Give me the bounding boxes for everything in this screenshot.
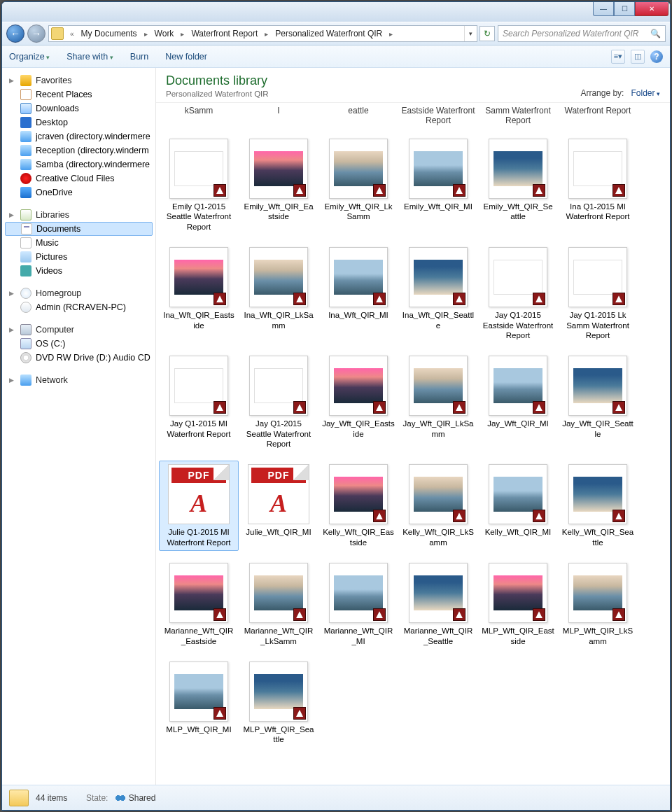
adobe-icon: A — [169, 483, 229, 524]
adobe-badge-icon — [453, 510, 465, 522]
sidebar-item-label: Videos — [36, 266, 62, 276]
file-item[interactable]: Jay_Wft_QIR_Eastside — [318, 352, 398, 452]
file-item[interactable]: MLP_Wft_QIR_MI — [159, 658, 239, 748]
sidebar-item[interactable]: Admin (RCRAVEN-PC) — [5, 300, 153, 314]
new-folder-button[interactable]: New folder — [165, 52, 207, 62]
sidebar-item[interactable]: Documents — [5, 222, 153, 236]
organize-menu[interactable]: Organize — [9, 52, 50, 62]
chevron-right-icon[interactable]: ▸ — [176, 30, 188, 38]
chevron-right-icon[interactable]: ▸ — [385, 30, 397, 38]
homegroup-header[interactable]: ▶Homegroup — [5, 286, 153, 300]
breadcrumb-segment[interactable]: Work — [152, 29, 177, 38]
sidebar-item[interactable]: DVD RW Drive (D:) Audio CD — [5, 351, 153, 365]
burn-button[interactable]: Burn — [130, 52, 148, 62]
column-header[interactable]: I — [239, 106, 318, 128]
adobe-badge-icon — [293, 401, 306, 414]
file-item[interactable]: Emily_Wft_QIR_Seattle — [478, 135, 558, 235]
view-options-button[interactable]: ≡▾ — [611, 50, 625, 64]
sidebar-item[interactable]: Creative Cloud Files — [5, 172, 153, 186]
address-bar[interactable]: « My Documents▸ Work▸ Waterfront Report▸… — [48, 25, 477, 42]
file-item[interactable]: Kelly_Wft_QIR_LkSamm — [398, 461, 478, 551]
file-name: Emily_Wft_QIR_LkSamm — [322, 202, 395, 222]
column-header[interactable]: Eastside Waterfront Report — [398, 106, 478, 128]
refresh-button[interactable]: ↻ — [479, 26, 495, 41]
file-thumbnail — [409, 247, 468, 307]
file-item[interactable]: Kelly_Wft_QIR_Eastside — [318, 461, 398, 551]
file-item[interactable]: Ina_Wft_QIR_MI — [318, 244, 398, 344]
column-header[interactable]: kSamm — [159, 106, 239, 128]
preview-pane-button[interactable]: ◫ — [631, 50, 645, 64]
title-bar[interactable]: — ☐ ✕ — [2, 2, 670, 22]
sidebar-item[interactable]: Recent Places — [5, 88, 153, 102]
sidebar-item[interactable]: Downloads — [5, 102, 153, 115]
file-item[interactable]: Jay Q1-2015 MI Waterfront Report — [159, 352, 239, 452]
file-item[interactable]: Jay Q1-2015 Eastside Waterfront Report — [478, 244, 558, 344]
sidebar-item[interactable]: Music — [5, 236, 153, 250]
file-item[interactable]: Kelly_Wft_QIR_MI — [478, 461, 558, 551]
column-header[interactable]: Waterfront Report — [558, 106, 638, 128]
file-item[interactable]: Jay Q1-2015 Lk Samm Waterfront Report — [558, 244, 638, 344]
sidebar-item[interactable]: Samba (directory.windermere — [5, 158, 153, 172]
file-item[interactable]: MLP_Wft_QIR_Seattle — [239, 658, 318, 748]
column-header[interactable]: eattle — [318, 106, 398, 128]
computer-header[interactable]: ▶Computer — [5, 323, 153, 337]
libraries-header[interactable]: ▶Libraries — [5, 208, 153, 222]
file-item[interactable]: Jay_Wft_QIR_MI — [478, 352, 558, 452]
file-item[interactable]: Ina_Wft_QIR_LkSamm — [239, 244, 318, 344]
share-with-menu[interactable]: Share with — [66, 52, 113, 62]
file-item[interactable]: Emily Q1-2015 Seattle Waterfront Report — [159, 135, 239, 235]
breadcrumb-segment[interactable]: Waterfront Report — [188, 29, 260, 38]
chevron-right-icon[interactable]: ▸ — [140, 30, 152, 38]
file-item[interactable]: Ina_Wft_QIR_Seattle — [398, 244, 478, 344]
file-item[interactable]: PDFAJulie_Wft_QIR_MI — [239, 461, 318, 551]
sidebar-item[interactable]: Pictures — [5, 250, 153, 264]
vid-icon — [20, 265, 31, 276]
file-item[interactable]: Emily_Wft_QIR_MI — [398, 135, 478, 235]
sidebar-item[interactable]: Videos — [5, 264, 153, 278]
files-scroll[interactable]: Emily Q1-2015 Seattle Waterfront ReportE… — [156, 131, 670, 785]
file-item[interactable]: Emily_Wft_QIR_Eastside — [239, 135, 318, 235]
sidebar-item[interactable]: jcraven (directory.windermere — [5, 130, 153, 144]
sidebar-item[interactable]: Desktop — [5, 115, 153, 130]
back-button[interactable]: ← — [6, 24, 24, 43]
file-item[interactable]: Jay_Wft_QIR_Seattle — [558, 352, 638, 452]
thumbnail-image — [254, 575, 303, 610]
thumbnail-image — [334, 575, 383, 610]
file-item[interactable]: MLP_Wft_QIR_Eastside — [478, 559, 558, 650]
homegroup-icon — [20, 288, 31, 299]
file-item[interactable]: Emily_Wft_QIR_LkSamm — [318, 135, 398, 235]
file-item[interactable]: MLP_Wft_QIR_LkSamm — [558, 559, 638, 650]
file-item[interactable]: Jay Q1-2015 Seattle Waterfront Report — [239, 352, 318, 452]
file-item[interactable]: Ina_Wft_QIR_Eastside — [159, 244, 239, 344]
status-bar: 44 items State: Shared — [2, 785, 670, 810]
search-input[interactable]: Search Personalized Waterfront QIR 🔍 — [498, 25, 666, 42]
maximize-button[interactable]: ☐ — [614, 2, 635, 16]
network-header[interactable]: ▶Network — [5, 373, 153, 387]
file-item[interactable]: Marianne_Wft_QIR_Seattle — [398, 559, 478, 650]
minimize-button[interactable]: — — [593, 2, 614, 16]
file-item[interactable]: Marianne_Wft_QIR_LkSamm — [239, 559, 318, 650]
arrange-by[interactable]: Arrange by: Folder — [580, 88, 660, 98]
file-item[interactable]: PDFAJulie Q1-2015 MI Waterfront Report — [159, 461, 239, 551]
refresh-icon: ↻ — [484, 29, 491, 38]
address-dropdown[interactable]: ▾ — [464, 26, 477, 41]
breadcrumb-segment[interactable]: Personalized Waterfront QIR — [272, 29, 385, 38]
file-item[interactable]: Jay_Wft_QIR_LkSamm — [398, 352, 478, 452]
file-item[interactable]: Marianne_Wft_QIR_Eastside — [159, 559, 239, 650]
file-name: Emily_Wft_QIR_MI — [404, 202, 472, 211]
chevron-right-icon[interactable]: ▸ — [260, 30, 272, 38]
sidebar-item[interactable]: Reception (directory.winderm — [5, 144, 153, 158]
forward-button[interactable]: → — [27, 24, 46, 43]
sidebar-item[interactable]: OS (C:) — [5, 337, 153, 351]
thumbnail-image — [174, 368, 223, 403]
close-button[interactable]: ✕ — [635, 2, 668, 16]
help-button[interactable]: ? — [650, 50, 663, 63]
file-item[interactable]: Marianne_Wft_QIR_MI — [318, 559, 398, 650]
column-header[interactable]: Samm Waterfront Report — [478, 106, 558, 128]
favorites-header[interactable]: ▶Favorites — [5, 74, 153, 88]
file-item[interactable]: Kelly_Wft_QIR_Seattle — [558, 461, 638, 551]
file-name: Marianne_Wft_QIR_LkSamm — [242, 626, 315, 646]
breadcrumb-segment[interactable]: My Documents — [78, 29, 140, 38]
sidebar-item[interactable]: OneDrive — [5, 186, 153, 200]
file-item[interactable]: Ina Q1-2015 MI Waterfront Report — [558, 135, 638, 235]
